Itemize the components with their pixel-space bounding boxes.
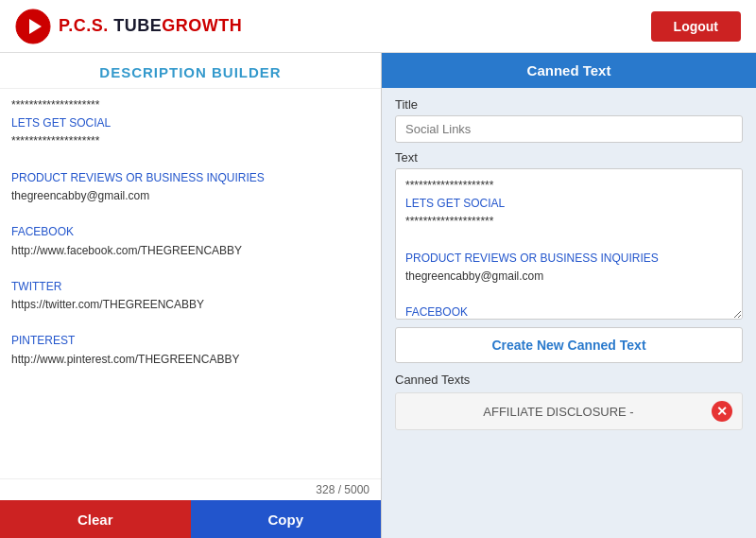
logo-area: P.C.S. TUBEGROWTH xyxy=(15,9,242,44)
logo-text: P.C.S. TUBEGROWTH xyxy=(59,16,242,36)
copy-button[interactable]: Copy xyxy=(191,500,382,538)
title-label: Title xyxy=(395,97,743,112)
logout-button[interactable]: Logout xyxy=(651,11,741,42)
title-input[interactable] xyxy=(395,115,743,143)
canned-text-textarea[interactable]: ********************LETS GET SOCIAL*****… xyxy=(395,168,743,320)
logo-icon xyxy=(15,9,51,44)
description-builder-header: DESCRIPTION BUILDER xyxy=(0,53,381,89)
canned-item-name: AFFILIATE DISCLOSURE - xyxy=(405,405,712,419)
char-count: 328 / 5000 xyxy=(0,478,381,500)
action-buttons: Clear Copy xyxy=(0,500,381,538)
canned-text-header: Canned Text xyxy=(382,53,756,88)
text-label: Text xyxy=(395,150,743,165)
canned-text-item[interactable]: AFFILIATE DISCLOSURE -✕ xyxy=(395,392,743,430)
clear-button[interactable]: Clear xyxy=(0,500,191,538)
create-canned-text-button[interactable]: Create New Canned Text xyxy=(395,327,743,363)
canned-delete-button[interactable]: ✕ xyxy=(712,401,732,422)
left-panel: DESCRIPTION BUILDER ********************… xyxy=(0,53,382,538)
right-panel: Canned Text Title Text *****************… xyxy=(382,53,756,538)
main-container: DESCRIPTION BUILDER ********************… xyxy=(0,53,756,538)
canned-items-list: AFFILIATE DISCLOSURE -✕ xyxy=(395,392,743,430)
right-panel-body: Title Text ********************LETS GET … xyxy=(382,88,756,538)
canned-texts-label: Canned Texts xyxy=(395,373,743,387)
description-area: ********************LETS GET SOCIAL*****… xyxy=(0,89,381,478)
app-header: P.C.S. TUBEGROWTH Logout xyxy=(0,0,756,53)
